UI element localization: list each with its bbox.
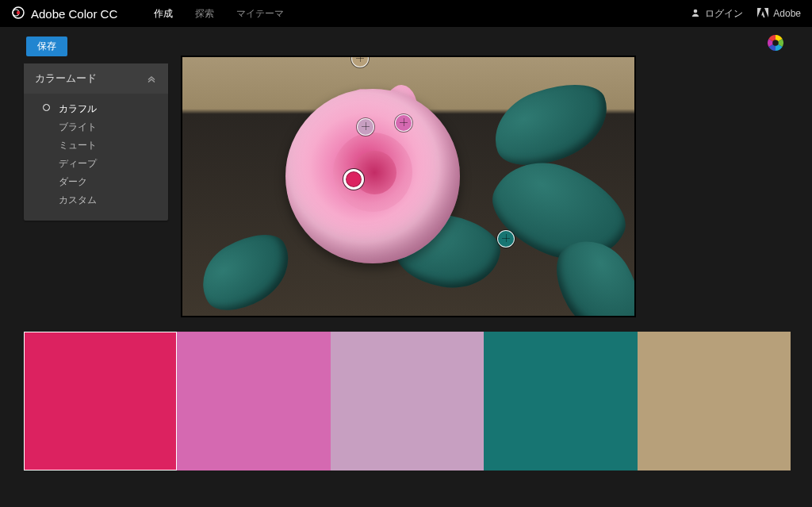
tab-my-themes[interactable]: マイテーマ xyxy=(225,0,295,27)
chevron-up-icon xyxy=(146,73,157,85)
crosshair-icon xyxy=(358,56,362,61)
save-button[interactable]: 保存 xyxy=(26,36,67,56)
mood-option-dark[interactable]: ダーク xyxy=(24,173,168,191)
user-icon xyxy=(691,8,700,20)
adobe-logo-icon xyxy=(757,8,768,20)
mood-option-deep[interactable]: ディープ xyxy=(24,155,168,173)
radio-icon xyxy=(43,104,50,111)
adobe-link[interactable]: Adobe xyxy=(757,8,801,20)
color-mood-header[interactable]: カラームード xyxy=(24,63,168,94)
brand: Adobe Color CC xyxy=(11,6,117,22)
mood-option-bright[interactable]: ブライト xyxy=(24,118,168,136)
svg-point-2 xyxy=(17,10,20,13)
nav-right: ログイン Adobe xyxy=(691,7,801,21)
footer-gap xyxy=(0,471,812,507)
panel-title: カラームード xyxy=(35,71,97,86)
login-button[interactable]: ログイン xyxy=(691,7,743,21)
swatch-5[interactable] xyxy=(638,332,791,471)
palette-swatches xyxy=(24,332,791,471)
crosshair-icon xyxy=(504,236,508,241)
toolbar: 保存 xyxy=(0,27,812,56)
color-mood-panel: カラームード カラフル ブライト ミュート ディープ ダーク カスタム xyxy=(24,63,168,221)
svg-point-4 xyxy=(772,40,779,46)
nav-tabs: 作成 探索 マイテーマ xyxy=(143,0,295,27)
swatch-2[interactable] xyxy=(177,332,330,471)
svg-point-3 xyxy=(694,9,698,13)
swatch-1[interactable] xyxy=(24,332,177,471)
color-wheel-button[interactable] xyxy=(768,35,783,51)
swatch-3[interactable] xyxy=(331,332,484,471)
mood-option-colorful[interactable]: カラフル xyxy=(24,100,168,118)
crosshair-icon xyxy=(363,125,368,129)
brand-name: Adobe Color CC xyxy=(31,7,117,21)
mood-list: カラフル ブライト ミュート ディープ ダーク カスタム xyxy=(24,94,168,221)
color-picker-primary[interactable] xyxy=(343,169,364,190)
color-picker-2[interactable] xyxy=(357,118,374,136)
adobe-label: Adobe xyxy=(773,8,801,19)
tab-explore[interactable]: 探索 xyxy=(184,0,225,27)
login-label: ログイン xyxy=(705,7,743,21)
mood-option-muted[interactable]: ミュート xyxy=(24,136,168,155)
color-picker-3[interactable] xyxy=(395,114,412,132)
color-picker-5[interactable] xyxy=(497,230,515,248)
swatch-4[interactable] xyxy=(484,332,637,471)
adobe-color-logo-icon xyxy=(11,6,25,22)
source-image xyxy=(182,57,634,316)
tab-create[interactable]: 作成 xyxy=(143,0,184,27)
top-navbar: Adobe Color CC 作成 探索 マイテーマ ログイン Adobe xyxy=(0,0,812,27)
crosshair-icon xyxy=(401,121,406,125)
mood-option-custom[interactable]: カスタム xyxy=(24,191,168,209)
image-canvas[interactable] xyxy=(181,56,636,317)
